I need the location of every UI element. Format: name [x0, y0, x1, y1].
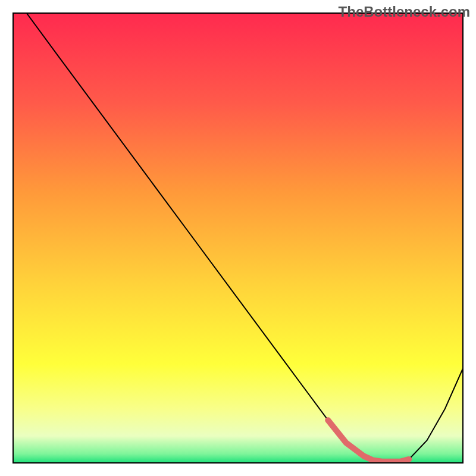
bottleneck-chart: [0, 0, 476, 476]
watermark-label: TheBottleneck.com: [339, 4, 470, 20]
chart-container: TheBottleneck.com: [0, 0, 476, 476]
gradient-background: [13, 13, 463, 463]
